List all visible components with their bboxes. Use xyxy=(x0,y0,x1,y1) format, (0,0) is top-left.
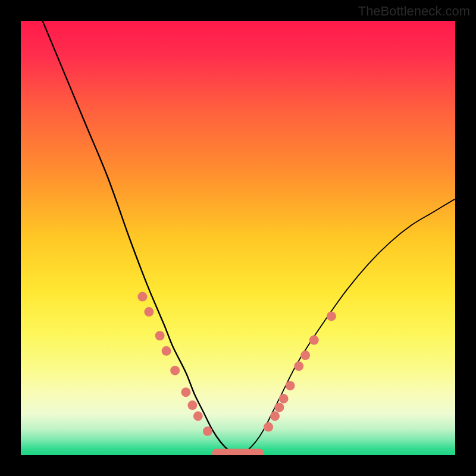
marker-left-4 xyxy=(170,366,180,375)
marker-right-3 xyxy=(279,394,289,403)
marker-right-8 xyxy=(327,311,336,321)
chart-container: TheBottleneck.com xyxy=(0,0,476,476)
plot-area xyxy=(21,21,455,455)
marker-right-1 xyxy=(270,411,280,421)
marker-left-8 xyxy=(203,427,212,436)
marker-right-5 xyxy=(294,361,303,371)
marker-right-4 xyxy=(286,381,295,390)
left-curve xyxy=(43,21,239,455)
marker-right-0 xyxy=(264,422,273,432)
marker-left-7 xyxy=(193,411,203,421)
marker-left-1 xyxy=(144,307,154,317)
curves-layer xyxy=(21,21,455,455)
marker-right-2 xyxy=(274,403,284,412)
marker-left-5 xyxy=(181,387,190,397)
watermark-text: TheBottleneck.com xyxy=(358,4,470,19)
marker-right-7 xyxy=(309,336,319,345)
marker-left-3 xyxy=(162,346,171,356)
marker-right-6 xyxy=(300,350,310,360)
marker-left-6 xyxy=(187,400,197,410)
marker-left-0 xyxy=(137,292,147,302)
marker-left-2 xyxy=(155,331,165,340)
